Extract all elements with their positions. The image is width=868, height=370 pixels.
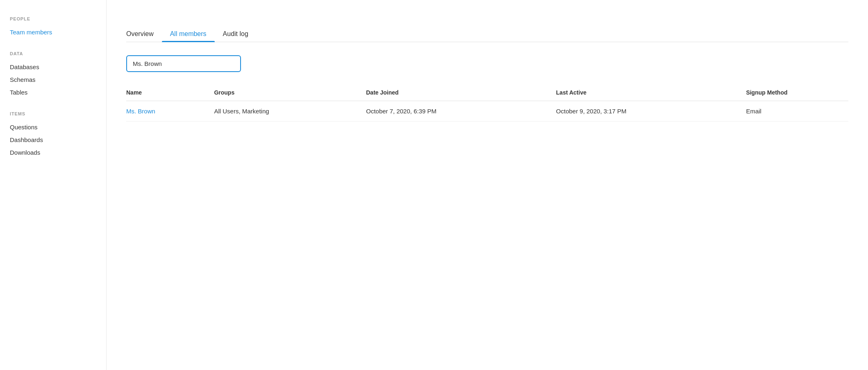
sidebar-section-people: PEOPLETeam members <box>10 16 96 38</box>
main-content: OverviewAll membersAudit log NameGroupsD… <box>107 0 868 370</box>
sidebar-section-items: ITEMSQuestionsDashboardsDownloads <box>10 111 96 158</box>
search-input[interactable] <box>126 55 241 72</box>
member-link[interactable]: Ms. Brown <box>126 108 155 115</box>
table-row: Ms. BrownAll Users, MarketingOctober 7, … <box>126 101 848 122</box>
col-header-signup-method: Signup Method <box>746 85 848 101</box>
sidebar-section-label-people: PEOPLE <box>10 16 96 21</box>
sidebar-item-questions[interactable]: Questions <box>10 121 96 133</box>
sidebar-section-data: DATADatabasesSchemasTables <box>10 51 96 98</box>
table-body: Ms. BrownAll Users, MarketingOctober 7, … <box>126 101 848 122</box>
cell-signup-method: Email <box>746 101 848 122</box>
tab-all-members[interactable]: All members <box>162 26 215 42</box>
cell-last-active: October 9, 2020, 3:17 PM <box>556 101 746 122</box>
cell-name[interactable]: Ms. Brown <box>126 101 214 122</box>
tab-audit-log[interactable]: Audit log <box>215 26 257 42</box>
sidebar-item-schemas[interactable]: Schemas <box>10 74 96 86</box>
table-header-row: NameGroupsDate JoinedLast ActiveSignup M… <box>126 85 848 101</box>
sidebar-section-label-data: DATA <box>10 51 96 56</box>
sidebar: PEOPLETeam membersDATADatabasesSchemasTa… <box>0 0 107 370</box>
sidebar-item-team-members[interactable]: Team members <box>10 26 96 38</box>
sidebar-item-dashboards[interactable]: Dashboards <box>10 134 96 146</box>
sidebar-section-label-items: ITEMS <box>10 111 96 116</box>
col-header-name: Name <box>126 85 214 101</box>
sidebar-item-databases[interactable]: Databases <box>10 61 96 73</box>
col-header-date-joined: Date Joined <box>366 85 556 101</box>
tab-bar: OverviewAll membersAudit log <box>126 26 848 42</box>
cell-groups: All Users, Marketing <box>214 101 366 122</box>
members-table: NameGroupsDate JoinedLast ActiveSignup M… <box>126 85 848 122</box>
tab-overview[interactable]: Overview <box>126 26 162 42</box>
cell-date-joined: October 7, 2020, 6:39 PM <box>366 101 556 122</box>
col-header-groups: Groups <box>214 85 366 101</box>
sidebar-item-downloads[interactable]: Downloads <box>10 147 96 158</box>
col-header-last-active: Last Active <box>556 85 746 101</box>
table-header: NameGroupsDate JoinedLast ActiveSignup M… <box>126 85 848 101</box>
sidebar-item-tables[interactable]: Tables <box>10 86 96 98</box>
